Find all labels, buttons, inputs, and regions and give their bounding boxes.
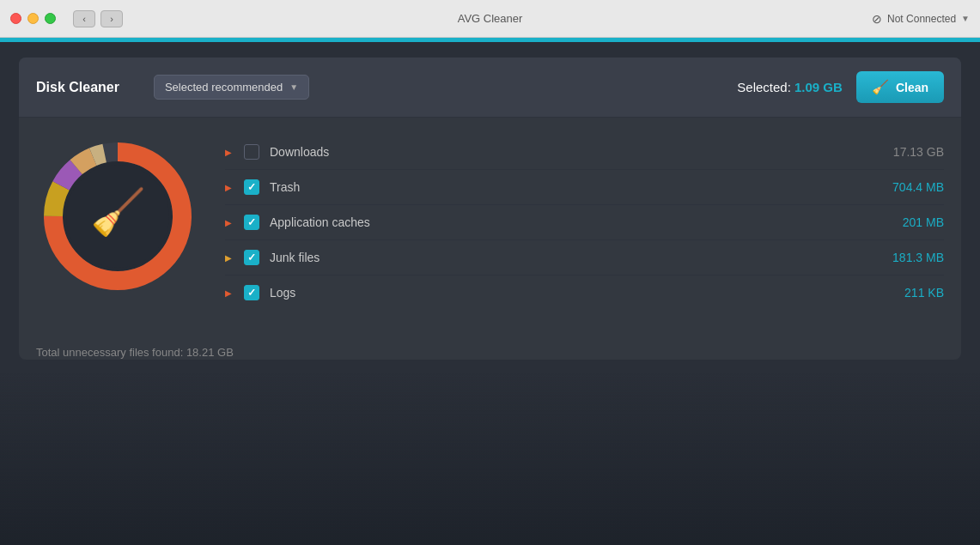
- file-name: Logs: [270, 286, 904, 300]
- junkfiles-checkbox[interactable]: ✓: [244, 250, 259, 265]
- expand-arrow-icon[interactable]: ▶: [225, 183, 239, 192]
- file-size: 211 KB: [904, 286, 944, 300]
- file-size: 17.13 GB: [893, 145, 944, 159]
- broom-icon: 🧹: [872, 79, 889, 95]
- list-item: ▶ ✓ Junk files 181.3 MB: [225, 240, 944, 276]
- connection-status: Not Connected: [887, 13, 956, 25]
- checkmark-icon: ✓: [247, 181, 256, 193]
- maximize-button[interactable]: [45, 13, 56, 24]
- expand-arrow-icon[interactable]: ▶: [225, 288, 239, 298]
- svg-text:🧹: 🧹: [90, 185, 146, 239]
- filter-dropdown[interactable]: Selected recommended ▼: [154, 75, 309, 100]
- appcaches-checkbox[interactable]: ✓: [244, 215, 259, 230]
- window-title: AVG Cleaner: [458, 12, 523, 25]
- file-size: 704.4 MB: [892, 180, 944, 194]
- file-list: ▶ Downloads 17.13 GB ▶ ✓ Trash 704.4 MB: [225, 135, 944, 310]
- selected-info: Selected: 1.09 GB: [737, 80, 843, 94]
- list-item: ▶ ✓ Trash 704.4 MB: [225, 170, 944, 205]
- file-name: Downloads: [270, 145, 893, 159]
- selected-value: 1.09 GB: [794, 80, 843, 94]
- total-text: Total unnecessary files found: 18.21 GB: [36, 346, 234, 359]
- nav-buttons: ‹ ›: [73, 10, 123, 27]
- connection-icon: ⊘: [872, 12, 882, 26]
- disk-cleaner-panel: Disk Cleaner Selected recommended ▼ Sele…: [19, 58, 961, 360]
- donut-chart: 🧹: [36, 135, 199, 298]
- list-item: ▶ ✓ Application caches 201 MB: [225, 205, 944, 240]
- traffic-lights: [0, 13, 56, 24]
- expand-arrow-icon[interactable]: ▶: [225, 218, 239, 227]
- expand-arrow-icon[interactable]: ▶: [225, 253, 239, 263]
- downloads-checkbox[interactable]: [244, 144, 259, 160]
- titlebar: ‹ › AVG Cleaner ⊘ Not Connected ▼: [0, 0, 980, 38]
- file-name: Junk files: [270, 251, 892, 264]
- dropdown-label: Selected recommended: [165, 81, 283, 94]
- donut-svg: 🧹: [36, 135, 199, 298]
- panel-header: Disk Cleaner Selected recommended ▼ Sele…: [19, 58, 961, 118]
- file-size: 201 MB: [903, 215, 944, 229]
- main-content: Disk Cleaner Selected recommended ▼ Sele…: [0, 42, 980, 545]
- expand-arrow-icon[interactable]: ▶: [225, 148, 239, 157]
- panel-body: 🧹 ▶ Downloads 17.13 GB ▶ ✓: [19, 118, 961, 327]
- list-item: ▶ ✓ Logs 211 KB: [225, 276, 944, 310]
- checkmark-icon: ✓: [247, 216, 256, 228]
- trash-checkbox[interactable]: ✓: [244, 179, 259, 195]
- clean-button[interactable]: 🧹 Clean: [856, 71, 944, 103]
- file-name: Trash: [270, 180, 892, 194]
- back-button[interactable]: ‹: [73, 10, 95, 27]
- connection-area[interactable]: ⊘ Not Connected ▼: [872, 12, 970, 26]
- logs-checkbox[interactable]: ✓: [244, 285, 259, 300]
- total-info: Total unnecessary files found: 18.21 GB: [19, 327, 961, 360]
- file-size: 181.3 MB: [892, 251, 944, 264]
- list-item: ▶ Downloads 17.13 GB: [225, 135, 944, 170]
- chevron-down-icon: ▼: [961, 14, 970, 23]
- checkmark-icon: ✓: [247, 251, 256, 263]
- forward-button[interactable]: ›: [100, 10, 123, 27]
- checkmark-icon: ✓: [247, 287, 256, 299]
- close-button[interactable]: [10, 13, 21, 24]
- panel-title: Disk Cleaner: [36, 80, 119, 95]
- chevron-down-icon: ▼: [289, 82, 298, 92]
- file-name: Application caches: [270, 215, 903, 229]
- minimize-button[interactable]: [27, 13, 39, 24]
- selected-label: Selected:: [737, 80, 794, 94]
- clean-button-label: Clean: [896, 81, 928, 94]
